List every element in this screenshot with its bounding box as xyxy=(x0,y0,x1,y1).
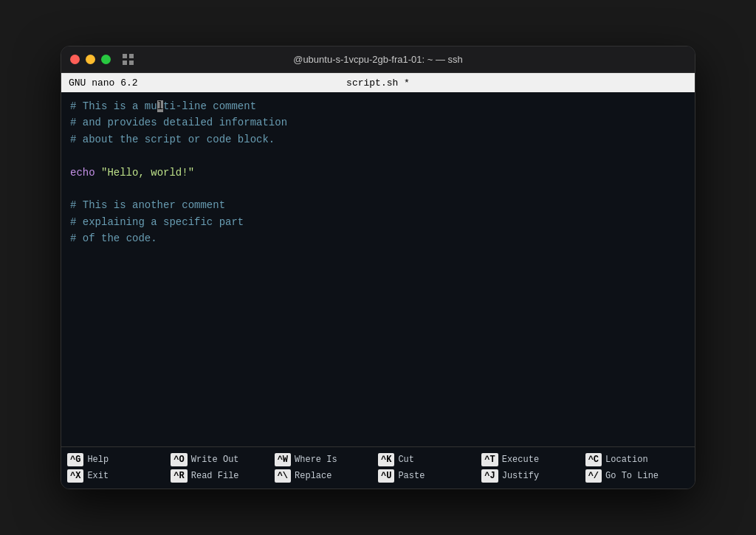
maximize-button[interactable] xyxy=(101,55,111,64)
editor-line-1: # This is a multi-line comment xyxy=(70,98,686,114)
editor-line-4 xyxy=(70,148,686,164)
shortcut-label-execute: Execute xyxy=(502,455,539,465)
shortcut-cut[interactable]: ^K Cut xyxy=(378,453,481,466)
shortcut-key-cut: ^K xyxy=(378,453,394,466)
shortcut-bar: ^G Help ^O Write Out ^W Where Is ^K Cut … xyxy=(61,446,695,489)
shortcut-label-replace: Replace xyxy=(295,471,331,481)
shortcut-key-writeout: ^O xyxy=(171,453,187,466)
shortcut-label-whereis: Where Is xyxy=(295,455,337,465)
grid-icon xyxy=(123,54,134,66)
shortcut-label-exit: Exit xyxy=(87,471,109,481)
shortcut-label-cut: Cut xyxy=(398,455,414,465)
nano-topbar: GNU nano 6.2 script.sh * xyxy=(61,73,695,92)
editor-line-9: # of the code. xyxy=(70,230,686,246)
editor-line-8: # explaining a specific part xyxy=(70,214,686,230)
shortcut-justify[interactable]: ^J Justify xyxy=(481,469,585,483)
minimize-button[interactable] xyxy=(86,55,95,64)
shortcut-key-execute: ^T xyxy=(481,453,498,466)
cursor: l xyxy=(157,100,163,112)
shortcut-label-help: Help xyxy=(87,455,109,465)
shortcut-label-gotoline: Go To Line xyxy=(605,471,659,481)
editor-line-6 xyxy=(70,181,686,197)
shortcut-row-2: ^X Exit ^R Read File ^\ Replace ^U Paste… xyxy=(61,468,695,484)
shortcut-paste[interactable]: ^U Paste xyxy=(378,469,481,483)
editor-area[interactable]: # This is a multi-line comment # and pro… xyxy=(61,92,695,446)
shortcut-label-paste: Paste xyxy=(398,471,425,481)
nano-version: GNU nano 6.2 xyxy=(69,77,138,89)
shortcut-key-help: ^G xyxy=(67,453,83,466)
shortcut-key-readfile: ^R xyxy=(171,469,187,483)
shortcut-readfile[interactable]: ^R Read File xyxy=(171,469,274,483)
shortcut-key-paste: ^U xyxy=(378,469,394,483)
shortcut-label-justify: Justify xyxy=(502,471,539,481)
shortcut-row-1: ^G Help ^O Write Out ^W Where Is ^K Cut … xyxy=(61,452,695,468)
shortcut-label-writeout: Write Out xyxy=(191,455,239,465)
shortcut-label-location: Location xyxy=(605,455,648,465)
editor-line-7: # This is another comment xyxy=(70,197,686,213)
traffic-lights xyxy=(70,54,134,66)
editor-line-5: echo "Hello, world!" xyxy=(70,165,686,181)
shortcut-help[interactable]: ^G Help xyxy=(67,453,171,466)
shortcut-key-justify: ^J xyxy=(481,469,498,483)
shortcut-key-whereis: ^W xyxy=(275,453,291,466)
shortcut-writeout[interactable]: ^O Write Out xyxy=(171,453,274,466)
editor-line-3: # about the script or code block. xyxy=(70,131,686,148)
shortcut-key-replace: ^\ xyxy=(275,469,291,483)
shortcut-exit[interactable]: ^X Exit xyxy=(67,469,171,483)
shortcut-label-readfile: Read File xyxy=(191,471,239,481)
nano-filename: script.sh * xyxy=(346,77,410,89)
window-title: @ubuntu-s-1vcpu-2gb-fra1-01: ~ — ssh xyxy=(293,54,463,65)
shortcut-location[interactable]: ^C Location xyxy=(585,453,689,466)
shortcut-replace[interactable]: ^\ Replace xyxy=(275,469,378,483)
shortcut-whereis[interactable]: ^W Where Is xyxy=(275,453,378,466)
terminal-window: @ubuntu-s-1vcpu-2gb-fra1-01: ~ — ssh GNU… xyxy=(61,46,695,489)
shortcut-key-exit: ^X xyxy=(67,469,83,483)
close-button[interactable] xyxy=(70,55,80,64)
shortcut-key-location: ^C xyxy=(585,453,602,466)
editor-line-2: # and provides detailed information xyxy=(70,114,686,131)
shortcut-gotoline[interactable]: ^/ Go To Line xyxy=(585,469,689,483)
shortcut-key-gotoline: ^/ xyxy=(585,469,602,483)
shortcut-execute[interactable]: ^T Execute xyxy=(481,453,585,466)
titlebar: @ubuntu-s-1vcpu-2gb-fra1-01: ~ — ssh xyxy=(61,46,695,73)
